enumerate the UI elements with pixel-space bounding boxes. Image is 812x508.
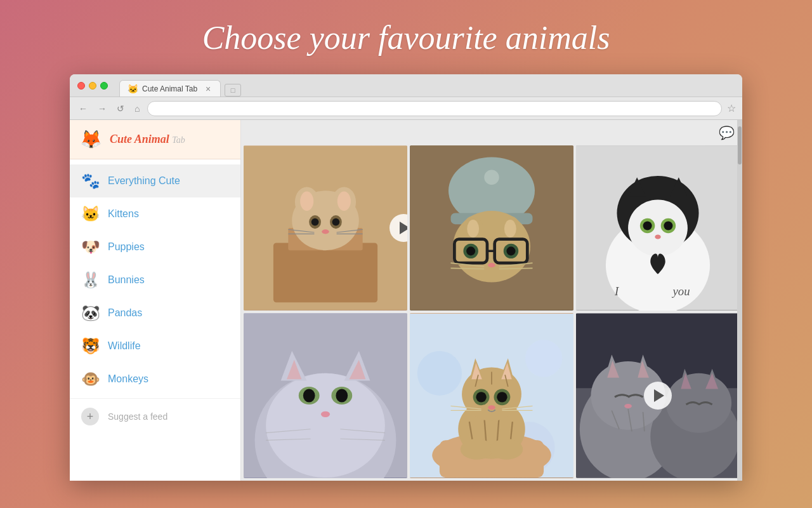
address-bar[interactable] bbox=[147, 101, 722, 116]
svg-point-33 bbox=[488, 263, 495, 267]
svg-point-62 bbox=[321, 411, 330, 417]
monkey-icon: 🐵 bbox=[81, 370, 99, 388]
chat-icon[interactable]: 💬 bbox=[719, 125, 735, 140]
maximize-button[interactable] bbox=[100, 82, 108, 90]
browser-window: 🐱 Cute Animal Tab × □ ← → ↺ ⌂ ☆ 🦊 Cute A… bbox=[70, 74, 742, 481]
svg-point-61 bbox=[336, 389, 348, 402]
close-button[interactable] bbox=[77, 82, 85, 90]
minimize-button[interactable] bbox=[89, 82, 96, 90]
svg-point-10 bbox=[311, 218, 319, 226]
sidebar-item-pandas[interactable]: 🐼 Pandas bbox=[70, 297, 240, 330]
svg-point-60 bbox=[303, 389, 315, 402]
cat3-image: I you bbox=[576, 145, 740, 311]
svg-text:you: you bbox=[671, 284, 690, 298]
grid-cell-cat3[interactable]: I you bbox=[576, 145, 740, 311]
browser-content: 🦊 Cute Animal Tab 🐾 Everything Cute 🐱 Ki… bbox=[70, 120, 742, 481]
bookmark-button[interactable]: ☆ bbox=[727, 102, 736, 114]
sidebar-item-monkeys[interactable]: 🐵 Monkeys bbox=[70, 363, 240, 396]
suggest-feed-item[interactable]: + Suggest a feed bbox=[70, 398, 240, 434]
svg-point-12 bbox=[322, 229, 329, 234]
main-header: 💬 bbox=[241, 120, 742, 145]
sidebar-item-kittens[interactable]: 🐱 Kittens bbox=[70, 197, 240, 231]
app-logo-icon: 🦊 bbox=[80, 129, 102, 150]
browser-navbar: ← → ↺ ⌂ ☆ bbox=[70, 97, 742, 120]
active-tab[interactable]: 🐱 Cute Animal Tab × bbox=[119, 80, 221, 97]
sidebar-item-label: Wildlife bbox=[108, 340, 141, 352]
sidebar-item-everything-cute[interactable]: 🐾 Everything Cute bbox=[70, 164, 240, 197]
sidebar-item-bunnies[interactable]: 🐰 Bunnies bbox=[70, 264, 240, 297]
svg-point-21 bbox=[453, 211, 530, 283]
app-title-suffix: Tab bbox=[172, 135, 185, 145]
svg-point-11 bbox=[332, 218, 340, 226]
image-grid: I you bbox=[241, 145, 742, 481]
sidebar: 🦊 Cute Animal Tab 🐾 Everything Cute 🐱 Ki… bbox=[70, 120, 241, 481]
svg-line-35 bbox=[451, 268, 485, 269]
add-icon: + bbox=[81, 408, 99, 425]
svg-point-47 bbox=[664, 221, 672, 230]
svg-point-41 bbox=[628, 199, 688, 256]
panda-icon: 🐼 bbox=[81, 304, 99, 322]
sidebar-item-wildlife[interactable]: 🐯 Wildlife bbox=[70, 330, 240, 363]
cat5-image bbox=[410, 313, 573, 478]
svg-point-106 bbox=[624, 404, 632, 408]
svg-point-92 bbox=[488, 405, 495, 410]
svg-point-31 bbox=[466, 246, 475, 255]
svg-point-6 bbox=[300, 192, 313, 211]
browser-titlebar: 🐱 Cute Animal Tab × □ bbox=[70, 74, 742, 97]
svg-point-25 bbox=[504, 220, 516, 237]
grid-cell-cat2[interactable] bbox=[410, 145, 573, 311]
play-button[interactable] bbox=[644, 382, 672, 410]
page-heading: Choose your favourite animals bbox=[202, 19, 610, 57]
cat-icon: 🐱 bbox=[81, 205, 99, 223]
dog-icon: 🐶 bbox=[81, 238, 99, 256]
sidebar-item-label: Puppies bbox=[108, 241, 145, 253]
grid-cell-cat5[interactable] bbox=[410, 313, 573, 478]
svg-point-78 bbox=[461, 439, 494, 460]
cat1-image bbox=[244, 145, 407, 311]
svg-point-7 bbox=[337, 192, 351, 211]
home-button[interactable]: ⌂ bbox=[132, 102, 142, 115]
svg-point-68 bbox=[417, 351, 462, 396]
sidebar-nav: 🐾 Everything Cute 🐱 Kittens 🐶 Puppies 🐰 … bbox=[70, 159, 240, 439]
svg-point-91 bbox=[497, 392, 507, 402]
sidebar-item-label: Kittens bbox=[108, 208, 139, 220]
new-tab-button[interactable]: □ bbox=[225, 84, 241, 97]
tab-close-button[interactable]: × bbox=[204, 84, 213, 93]
paw-icon: 🐾 bbox=[81, 172, 99, 190]
grid-cell-cat4[interactable] bbox=[244, 313, 407, 478]
scrollbar-thumb[interactable] bbox=[738, 126, 742, 164]
svg-point-53 bbox=[266, 373, 385, 478]
tab-bar: 🐱 Cute Animal Tab × □ bbox=[119, 74, 241, 97]
traffic-lights bbox=[77, 82, 108, 90]
cat2-image bbox=[410, 145, 573, 311]
svg-point-90 bbox=[476, 392, 486, 402]
sidebar-item-label: Monkeys bbox=[108, 373, 148, 385]
svg-point-32 bbox=[506, 246, 515, 255]
scrollbar[interactable] bbox=[737, 120, 742, 481]
grid-cell-cat6[interactable] bbox=[576, 313, 740, 478]
refresh-button[interactable]: ↺ bbox=[114, 102, 127, 115]
cat4-image bbox=[244, 313, 407, 478]
grid-cell-cat1[interactable] bbox=[244, 145, 407, 311]
bunny-icon: 🐰 bbox=[81, 271, 99, 289]
svg-line-37 bbox=[499, 268, 533, 269]
svg-point-24 bbox=[467, 220, 479, 237]
sidebar-item-puppies[interactable]: 🐶 Puppies bbox=[70, 231, 240, 264]
sidebar-item-label: Bunnies bbox=[108, 274, 145, 286]
sidebar-header: 🦊 Cute Animal Tab bbox=[70, 120, 240, 159]
sidebar-item-label: Everything Cute bbox=[108, 175, 180, 187]
svg-point-69 bbox=[525, 340, 563, 377]
svg-text:I: I bbox=[614, 284, 619, 298]
svg-point-79 bbox=[490, 439, 523, 460]
suggest-label: Suggest a feed bbox=[108, 411, 167, 422]
svg-point-46 bbox=[643, 221, 652, 230]
tab-favicon: 🐱 bbox=[128, 84, 138, 94]
app-title: Cute Animal Tab bbox=[110, 133, 185, 146]
app-title-main: Cute Animal bbox=[110, 133, 169, 145]
sidebar-item-label: Pandas bbox=[108, 307, 142, 319]
svg-point-50 bbox=[655, 235, 660, 239]
back-button[interactable]: ← bbox=[76, 102, 90, 115]
forward-button[interactable]: → bbox=[95, 102, 109, 115]
tiger-icon: 🐯 bbox=[81, 337, 99, 355]
svg-point-20 bbox=[484, 170, 499, 185]
